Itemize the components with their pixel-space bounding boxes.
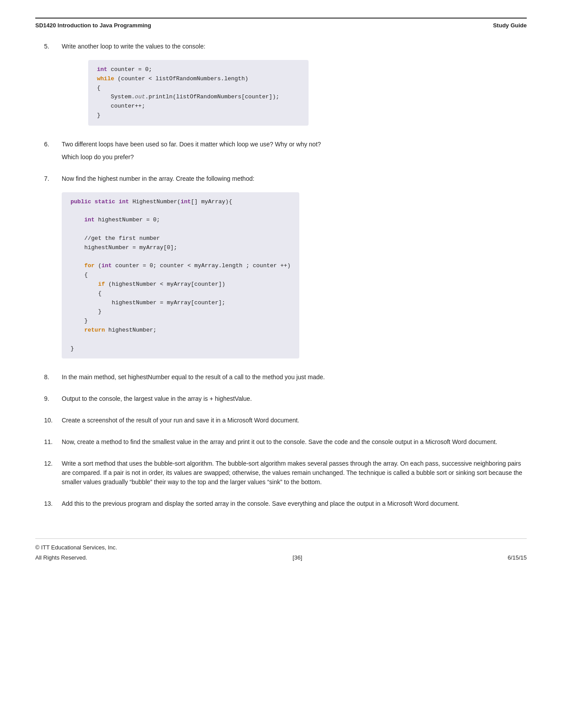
item-text-11: Now, create a method to find the smalles… (62, 437, 527, 447)
item-number-5: 5. (44, 42, 62, 131)
item-text-5: Write another loop to write the values t… (62, 42, 527, 51)
item-number-10: 10. (44, 416, 62, 429)
item-number-13: 13. (44, 499, 62, 512)
item-number-6: 6. (44, 140, 62, 165)
list-item-12: 12. Write a sort method that uses the bu… (44, 459, 527, 490)
footer-bottom: All Rights Reserved. [36] 6/15/15 (35, 554, 527, 561)
footer-center: [36] (293, 554, 302, 561)
item-text-12: Write a sort method that uses the bubble… (62, 459, 527, 487)
item-body-6: Two different loops have been used so fa… (62, 140, 527, 165)
header-left: SD1420 Introduction to Java Programming (35, 22, 151, 29)
item-text-6: Two different loops have been used so fa… (62, 140, 527, 149)
list-item-8: 8. In the main method, set highestNumber… (44, 373, 527, 385)
item-body-13: Add this to the previous program and dis… (62, 499, 527, 512)
list-item-6: 6. Two different loops have been used so… (44, 140, 527, 165)
list-item-7: 7. Now find the highest number in the ar… (44, 174, 527, 364)
item-number-11: 11. (44, 437, 62, 450)
footer-copyright: © ITT Educational Services, Inc. (35, 544, 527, 551)
item-number-7: 7. (44, 174, 62, 364)
page-content: 5. Write another loop to write the value… (35, 42, 527, 512)
item-text-10: Create a screenshot of the result of you… (62, 416, 527, 425)
list-item-9: 9. Output to the console, the largest va… (44, 394, 527, 407)
item-body-11: Now, create a method to find the smalles… (62, 437, 527, 450)
item-text-7: Now find the highest number in the array… (62, 174, 527, 183)
list-item-11: 11. Now, create a method to find the sma… (44, 437, 527, 450)
list-item-13: 13. Add this to the previous program and… (44, 499, 527, 512)
item-text-9: Output to the console, the largest value… (62, 394, 527, 403)
page-footer: © ITT Educational Services, Inc. All Rig… (35, 538, 527, 561)
item-body-8: In the main method, set highestNumber eq… (62, 373, 527, 385)
footer-left: All Rights Reserved. (35, 554, 87, 561)
header-right: Study Guide (493, 22, 527, 29)
item-number-9: 9. (44, 394, 62, 407)
code-block-2: public static int HighestNumber(int[] my… (62, 192, 299, 359)
item-number-8: 8. (44, 373, 62, 385)
list-item-5: 5. Write another loop to write the value… (44, 42, 527, 131)
footer-right: 6/15/15 (508, 554, 527, 561)
list-item-10: 10. Create a screenshot of the result of… (44, 416, 527, 429)
item-number-12: 12. (44, 459, 62, 490)
item-body-9: Output to the console, the largest value… (62, 394, 527, 407)
page-header: SD1420 Introduction to Java Programming … (35, 18, 527, 29)
item-text-8: In the main method, set highestNumber eq… (62, 373, 527, 382)
item-body-12: Write a sort method that uses the bubble… (62, 459, 527, 490)
item-body-7: Now find the highest number in the array… (62, 174, 527, 364)
item-text-13: Add this to the previous program and dis… (62, 499, 527, 508)
item-subtext-6: Which loop do you prefer? (62, 153, 527, 162)
item-body-10: Create a screenshot of the result of you… (62, 416, 527, 429)
code-block-1: int counter = 0; while (counter < listOf… (88, 60, 309, 126)
item-body-5: Write another loop to write the values t… (62, 42, 527, 131)
